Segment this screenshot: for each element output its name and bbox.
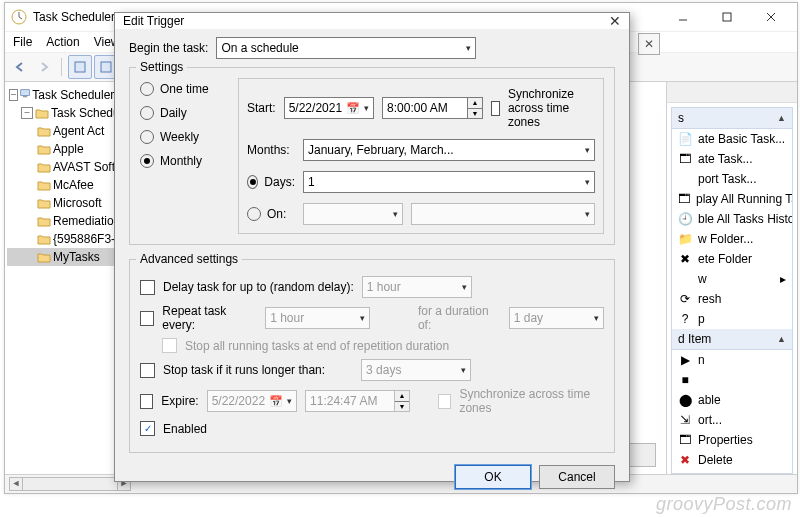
expire-date-value: 5/22/2022 [212,394,265,408]
tree-folder-label: Remediatio [53,214,114,228]
chevron-down-icon: ▾ [585,177,590,187]
end-icon: ■ [678,373,692,387]
expire-checkbox[interactable] [140,394,153,409]
settings-group: Settings One time Daily Weekly Monthly S… [129,67,615,245]
begin-task-combo[interactable]: On a schedule ▾ [216,37,476,59]
actions-pane: s▲ 📄ate Basic Task... 🗔ate Task... port … [666,82,797,478]
menu-file[interactable]: File [13,35,32,49]
radio-days[interactable]: Days: [247,175,295,189]
chevron-down-icon: ▾ [461,365,466,375]
minimize-button[interactable] [661,3,705,31]
repeat-checkbox[interactable] [140,311,154,326]
disable-icon: ⬤ [678,393,692,407]
action-item[interactable]: ⇲ort... [672,410,792,430]
on-day-combo: ▾ [411,203,595,225]
ok-label: OK [484,470,501,484]
days-combo[interactable]: 1▾ [303,171,595,193]
import-icon [678,172,692,186]
radio-daily[interactable]: Daily [140,106,224,120]
action-item[interactable]: port Task... [672,169,792,189]
menu-action[interactable]: Action [46,35,79,49]
background-dialog-button[interactable] [626,443,656,467]
tree-folder-label: {595886F3- [53,232,115,246]
action-label: port Task... [698,172,756,186]
cancel-button[interactable]: Cancel [539,465,615,489]
action-item[interactable]: 🗔play All Running Ta... [672,189,792,209]
radio-monthly[interactable]: Monthly [140,154,224,168]
back-button[interactable] [9,56,31,78]
enabled-checkbox[interactable] [140,421,155,436]
sync-tz-checkbox[interactable] [491,101,500,116]
watermark: groovyPost.com [656,494,792,515]
action-item[interactable]: ■ [672,370,792,390]
radio-one-time[interactable]: One time [140,82,224,96]
history-icon: 🕘 [678,212,692,226]
background-dialog-close[interactable]: ✕ [638,33,660,55]
stop-if-combo: 3 days▾ [361,359,471,381]
action-item[interactable]: ?p [672,309,792,329]
stop-all-label: Stop all running tasks at end of repetit… [185,339,449,353]
action-item[interactable]: ✖Delete [672,450,792,470]
svg-rect-1 [723,13,731,21]
months-combo[interactable]: January, February, March...▾ [303,139,595,161]
ok-button[interactable]: OK [455,465,531,489]
toolbar-button-1[interactable] [68,55,92,79]
schedule-panel: Start: 5/22/2021📅▾ 8:00:00 AM▲▼ Synchron… [238,78,604,234]
action-item[interactable]: ⬤able [672,390,792,410]
maximize-button[interactable] [705,3,749,31]
action-label: resh [698,292,721,306]
radio-label: On: [267,207,286,221]
enabled-label: Enabled [163,422,207,436]
actions-section-header[interactable]: s▲ [672,108,792,129]
start-label: Start: [247,101,276,115]
edit-trigger-dialog: Edit Trigger ✕ Begin the task: On a sche… [114,12,630,482]
sync-tz-label: Synchronize across time zones [508,87,595,129]
folder-icon [37,125,51,137]
collapse-icon[interactable]: – [21,107,33,119]
action-item[interactable]: ✖ete Folder [672,249,792,269]
svg-rect-2 [75,62,85,72]
action-label: p [698,312,705,326]
days-value: 1 [308,175,315,189]
radio-on[interactable]: On: [247,207,295,221]
action-item[interactable]: 🗔ate Task... [672,149,792,169]
dialog-close-button[interactable]: ✕ [609,13,621,29]
tree-folder-label: AVAST Soft [53,160,115,174]
start-time-value: 8:00:00 AM [387,101,448,115]
stop-if-label: Stop task if it runs longer than: [163,363,325,377]
stop-if-checkbox[interactable] [140,363,155,378]
chevron-down-icon: ▾ [466,43,471,53]
action-item[interactable]: ⟳resh [672,289,792,309]
start-date-picker[interactable]: 5/22/2021📅▾ [284,97,374,119]
action-label: n [698,353,705,367]
expire-time-input: 11:24:47 AM [305,390,395,412]
action-item[interactable]: w▸ [672,269,792,289]
on-week-combo: ▾ [303,203,403,225]
repeat-value: 1 hour [270,311,304,325]
settings-legend: Settings [136,60,187,74]
time-spinner: ▲▼ [395,390,410,412]
forward-button[interactable] [33,56,55,78]
start-time-input[interactable]: 8:00:00 AM [382,97,468,119]
actions-section-header[interactable]: d Item▲ [672,329,792,350]
action-item[interactable]: 📁w Folder... [672,229,792,249]
close-button[interactable] [749,3,793,31]
delay-checkbox[interactable] [140,280,155,295]
calendar-icon: 📅 [346,102,360,115]
horizontal-scrollbar[interactable]: ◄► [9,477,131,491]
action-item[interactable]: 🗔Properties [672,430,792,450]
radio-weekly[interactable]: Weekly [140,130,224,144]
action-item[interactable]: 📄ate Basic Task... [672,129,792,149]
radio-label: Days: [264,175,295,189]
tree-folder-label: Apple [53,142,84,156]
action-item[interactable]: 🕘ble All Tasks History [672,209,792,229]
time-spinner[interactable]: ▲▼ [468,97,483,119]
stop-if-value: 3 days [366,363,401,377]
delay-combo: 1 hour▾ [362,276,472,298]
action-label: w Folder... [698,232,753,246]
action-item[interactable]: ▶n [672,350,792,370]
tree-folder-label: MyTasks [53,250,100,264]
run-icon: ▶ [678,353,692,367]
view-icon [678,272,692,286]
collapse-icon[interactable]: – [9,89,18,101]
